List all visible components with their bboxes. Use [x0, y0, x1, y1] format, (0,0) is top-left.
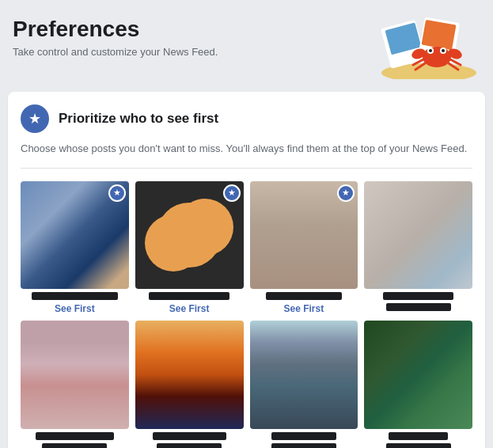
star-badge-icon: ★: [342, 188, 350, 197]
friend-photo-wrap: ★: [250, 181, 358, 290]
star-icon: ★: [28, 112, 41, 126]
friend-photo-wrap: [364, 181, 472, 290]
svg-point-19: [182, 245, 196, 260]
svg-rect-21: [189, 237, 209, 252]
friend-photo-wrap: [21, 321, 129, 429]
friend-item[interactable]: ★See First: [135, 181, 244, 315]
svg-point-17: [184, 215, 195, 226]
see-first-star-badge: ★: [223, 184, 241, 202]
preferences-header: Preferences Take control and customize y…: [0, 0, 493, 92]
friend-name-bar-secondary: [386, 303, 451, 311]
friends-grid: ★See First ★See First★See First: [21, 181, 472, 449]
friend-photo: [250, 321, 358, 429]
friend-name-bar: [383, 292, 453, 300]
svg-point-23: [208, 231, 219, 242]
see-first-star-badge: ★: [108, 184, 126, 202]
star-badge-icon: ★: [228, 188, 236, 197]
friend-photo-wrap: ★: [135, 181, 244, 290]
friend-photo-wrap: [364, 321, 472, 429]
friend-item[interactable]: [135, 321, 244, 448]
friend-photo-wrap: ★: [21, 181, 129, 290]
section-title-row: ★ Prioritize who to see first: [21, 104, 472, 133]
svg-point-22: [159, 231, 170, 242]
friend-item[interactable]: ★See First: [250, 181, 358, 315]
preferences-card: ★ Prioritize who to see first Choose who…: [8, 92, 485, 448]
star-badge-icon: ★: [113, 188, 121, 197]
svg-rect-20: [169, 237, 189, 252]
page-subtitle: Take control and customize your News Fee…: [13, 46, 218, 58]
see-first-button[interactable]: See First: [284, 303, 324, 314]
see-first-button[interactable]: See First: [169, 303, 210, 314]
friend-item[interactable]: ★See First: [21, 181, 129, 315]
see-first-button[interactable]: See First: [55, 303, 95, 314]
header-illustration: [377, 16, 480, 79]
svg-point-9: [442, 49, 445, 52]
friend-name-bar: [36, 432, 113, 440]
section-description: Choose whose posts you don't want to mis…: [21, 141, 472, 169]
header-text-block: Preferences Take control and customize y…: [13, 16, 218, 58]
friend-photo: [135, 321, 244, 429]
friend-name-bar: [271, 432, 336, 440]
star-icon-circle: ★: [21, 104, 49, 133]
friend-item[interactable]: [364, 321, 472, 448]
svg-point-5: [423, 47, 451, 67]
illustration-svg: [377, 16, 480, 79]
page-title: Preferences: [13, 16, 218, 43]
friend-name-bar-secondary: [271, 443, 336, 448]
svg-point-8: [429, 49, 432, 52]
section-title: Prioritize who to see first: [59, 111, 218, 127]
friend-name-bar: [153, 432, 226, 440]
friend-name-bar: [149, 292, 230, 300]
svg-point-16: [180, 211, 199, 231]
friend-name-bar-secondary: [386, 443, 451, 448]
see-first-star-badge: ★: [337, 184, 355, 202]
friend-item[interactable]: [364, 181, 472, 315]
friend-photo-wrap: [135, 321, 244, 429]
friend-photo: [364, 321, 472, 429]
friend-name-bar: [389, 432, 448, 440]
svg-rect-18: [187, 231, 192, 251]
friend-photo-wrap: [250, 321, 358, 429]
friend-photo: [364, 181, 472, 290]
friend-photo: [21, 321, 129, 429]
friend-item[interactable]: [250, 321, 358, 448]
friend-name-bar: [32, 292, 118, 300]
svg-rect-4: [422, 20, 457, 50]
friend-item[interactable]: [21, 321, 129, 448]
friend-name-bar: [266, 292, 342, 300]
friend-name-bar-secondary: [157, 443, 222, 448]
friend-name-bar-secondary: [42, 443, 107, 448]
